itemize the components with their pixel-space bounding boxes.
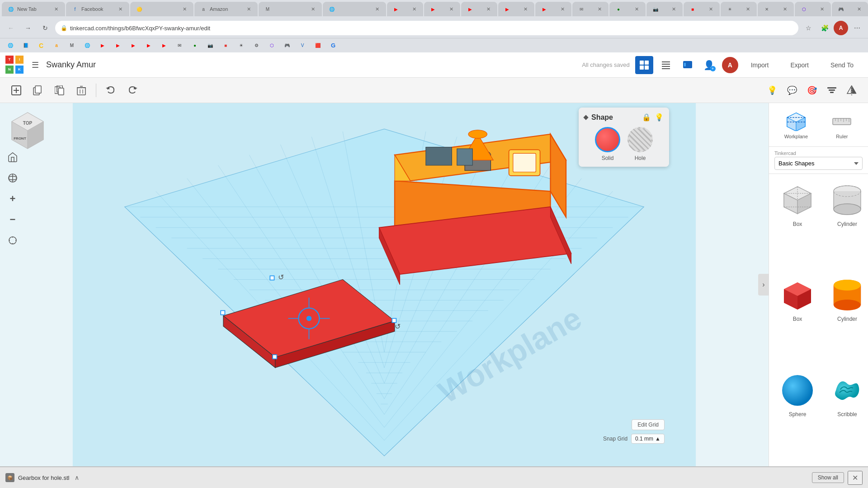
hamburger-menu-icon[interactable]: ☰ [30,58,41,72]
home-view-button[interactable] [4,148,22,166]
tab-game[interactable]: 🎮 ✕ [832,2,868,16]
tray-close-button[interactable]: ✕ [848,471,863,485]
bm-item-15[interactable]: ■ [219,40,232,51]
tray-expand-icon[interactable]: ∧ [75,474,79,481]
shape-item-wire-cylinder[interactable]: Cylinder [824,179,868,271]
bm-item-8[interactable]: ▶ [111,40,125,51]
fit-view-button[interactable] [4,231,22,249]
solid-option[interactable]: Solid [595,127,620,161]
lock-icon[interactable]: 🔒 [642,113,651,122]
bm-item-18[interactable]: ⬡ [265,40,278,51]
bm-item-19[interactable]: 🎮 [280,40,294,51]
tab-yt4[interactable]: ▶ ✕ [498,2,534,16]
extensions-icon[interactable]: 🧩 [817,21,832,35]
bm-item-5[interactable]: M [65,40,79,51]
forward-button[interactable]: → [21,21,35,35]
show-all-button[interactable]: Show all [812,472,844,483]
url-bar[interactable]: 🔒 tinkercad.com/things/b6BfwcXqxPY-swank… [55,21,798,35]
bm-item-9[interactable]: ▶ [127,40,140,51]
tab-red[interactable]: ■ ✕ [684,2,720,16]
tab-amazon[interactable]: a Amazon ✕ [194,2,258,16]
orbit-button[interactable] [4,169,22,187]
tab-hex[interactable]: ⬡ ✕ [795,2,831,16]
bm-item-6[interactable]: 🌐 [80,40,94,51]
shape-item-wire-box[interactable]: Box [774,179,821,271]
tab-fb[interactable]: f Facebook ✕ [66,2,129,16]
tab-sun[interactable]: ☀ ✕ [721,2,757,16]
bm-item-13[interactable]: ● [188,40,202,51]
target-button[interactable]: 🎯 [803,81,821,99]
shape-item-blue-sphere[interactable]: Sphere [774,370,821,461]
tab-close-3[interactable]: ✕ [181,5,188,13]
bm-item-7[interactable]: ▶ [96,40,109,51]
copy-button[interactable] [29,81,47,99]
tab-x[interactable]: ✕ ✕ [758,2,794,16]
edit-grid-button[interactable]: Edit Grid [632,419,665,430]
tab-green[interactable]: ● ✕ [609,2,646,16]
panel-collapse-icon[interactable] [583,115,588,120]
bm-item-11[interactable]: ▶ [157,40,171,51]
bm-item-4[interactable]: a [50,40,63,51]
bm-item-22[interactable]: G [326,40,340,51]
bm-item-20[interactable]: V [296,40,309,51]
tab-newtab[interactable]: 🌐 New Tab ✕ [2,2,65,16]
bm-item-1[interactable]: 🌐 [4,40,17,51]
tab-yt3[interactable]: ▶ ✕ [461,2,497,16]
new-shape-button[interactable] [7,81,25,99]
snap-value-control[interactable]: 0.1 mm ▲ [631,434,665,444]
redo-button[interactable] [123,81,142,99]
bookmark-star-icon[interactable]: ☆ [801,21,816,35]
comment-button[interactable]: 💬 [783,81,801,99]
hole-option[interactable]: Hole [627,127,653,161]
tab-3[interactable]: 🟡 ✕ [130,2,193,16]
tab-close-fb[interactable]: ✕ [117,5,124,13]
mirror-button[interactable] [843,81,861,99]
list-view-button[interactable] [657,56,675,74]
tinkercad-logo[interactable]: T I N K [5,56,24,75]
code-view-button[interactable] [679,56,697,74]
user-avatar[interactable]: A [722,57,738,73]
ruler-tool[interactable]: Ruler [827,107,856,143]
duplicate-button[interactable] [51,81,69,99]
tab-5[interactable]: M ✕ [259,2,322,16]
canvas-area[interactable]: Workplane ↺ ↺ [0,103,769,466]
tab-gmail[interactable]: ✉ ✕ [572,2,609,16]
bm-item-3[interactable]: C [34,40,48,51]
view-cube-container[interactable]: TOP FRONT [7,110,48,153]
grid-view-button[interactable] [635,56,653,74]
tab-yt1[interactable]: ▶ ✕ [387,2,423,16]
lightbulb-icon[interactable]: 💡 [655,113,664,122]
bm-item-2[interactable]: 📘 [19,40,33,51]
undo-button[interactable] [102,81,120,99]
zoom-in-button[interactable]: + [4,190,22,208]
browser-menu-icon[interactable]: ⋯ [850,21,864,35]
sidebar-collapse-button[interactable]: › [758,274,769,296]
shape-item-red-box[interactable]: Box [774,274,821,366]
delete-button[interactable] [72,81,90,99]
bm-item-17[interactable]: ⚙ [250,40,263,51]
send-to-button[interactable]: Send To [821,58,863,72]
tab-6[interactable]: 🌐 ✕ [323,2,386,16]
bm-item-12[interactable]: ✉ [173,40,186,51]
bm-item-16[interactable]: ☀ [234,40,248,51]
profile-icon[interactable]: A [834,21,848,35]
shapes-category-select[interactable]: Basic Shapes Text Letters [774,157,863,170]
tab-yt2[interactable]: ▶ ✕ [424,2,460,16]
workplane-tool[interactable]: Workplane [781,107,811,143]
add-user-button[interactable]: 👤 + [700,56,718,74]
zoom-out-button[interactable]: − [4,211,22,229]
refresh-button[interactable]: ↻ [38,21,52,35]
tab-yt5[interactable]: ▶ ✕ [535,2,571,16]
import-button[interactable]: Import [742,58,778,72]
align-button[interactable] [823,81,841,99]
export-button[interactable]: Export [781,58,817,72]
bm-item-21[interactable]: 🟥 [311,40,325,51]
bm-item-14[interactable]: 📷 [203,40,217,51]
shape-item-orange-cylinder[interactable]: Cylinder [824,274,868,366]
tab-close-icon[interactable]: ✕ [52,5,60,13]
shape-item-scribble[interactable]: Scribble [824,370,868,461]
light-bulb-button[interactable]: 💡 [763,81,781,99]
back-button[interactable]: ← [4,21,18,35]
tab-flickr[interactable]: 📷 ✕ [646,2,683,16]
bm-item-10[interactable]: ▶ [142,40,156,51]
